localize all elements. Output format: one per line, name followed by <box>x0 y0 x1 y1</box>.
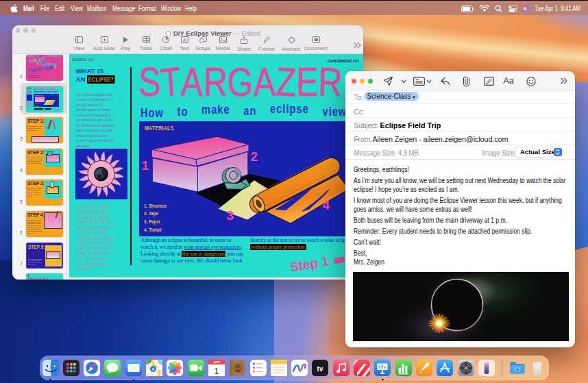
svg-text:APR: APR <box>213 360 219 364</box>
svg-text:1: 1 <box>214 367 219 376</box>
svg-text:tv: tv <box>317 365 323 373</box>
svg-text:A: A <box>183 38 186 42</box>
